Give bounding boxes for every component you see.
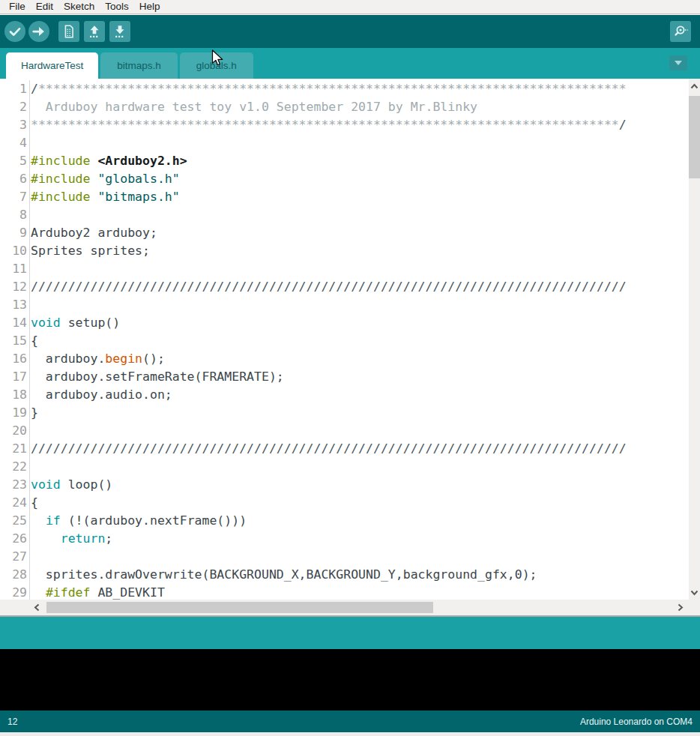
line-number: 6 [0,170,27,188]
code-text: #include "bitmaps.h" [29,188,180,206]
line-number: 10 [0,242,27,260]
line-number: 2 [0,98,27,116]
code-line: 7#include "bitmaps.h" [0,188,689,206]
line-number: 12 [0,278,27,296]
save-button[interactable] [109,21,130,42]
code-token: { [31,334,38,348]
code-text: ////////////////////////////////////////… [29,440,627,458]
code-text: void setup() [29,314,120,332]
menu-bar: FileEditSketchToolsHelp [0,0,700,14]
scroll-up-icon[interactable] [690,82,699,90]
code-token: #ifdef [46,585,91,600]
code-text [29,206,31,224]
horizontal-scrollbar-thumb[interactable] [46,602,433,613]
magnifier-icon [672,22,690,40]
menu-edit[interactable]: Edit [31,0,58,13]
upload-button[interactable] [28,21,49,42]
line-number: 7 [0,188,27,206]
line-number: 29 [0,584,27,600]
line-number: 20 [0,422,27,440]
code-text: Arduboy2 arduboy; [29,224,157,242]
line-number: 26 [0,530,27,548]
code-token: <Arduboy2.h> [97,154,187,168]
status-message-strip [0,617,700,649]
code-line: 21//////////////////////////////////////… [0,440,689,458]
code-token: / [31,82,38,96]
code-text: void loop() [29,476,112,494]
tab-bar: HardwareTestbitmaps.hglobals.h [0,48,700,79]
code-token: AB_DEVKIT [90,585,164,600]
code-line: 11 [0,260,689,278]
vertical-scrollbar-thumb[interactable] [689,96,700,178]
code-text: } [29,404,38,422]
menu-help[interactable]: Help [134,0,166,13]
tab-label: HardwareTest [21,60,83,71]
code-text: if (!(arduboy.nextFrame())) [29,512,247,530]
code-token: "bitmaps.h" [97,190,179,204]
console-output [0,649,700,711]
tab-hardwaretest[interactable]: HardwareTest [6,52,98,79]
tab-dropdown-button[interactable] [669,55,687,70]
code-text [29,458,31,476]
line-number: 25 [0,512,27,530]
code-token: #include [31,172,97,186]
code-line: 29 #ifdef AB_DEVKIT [0,584,689,600]
tab-globals-h[interactable]: globals.h [180,52,253,79]
code-token: ////////////////////////////////////////… [31,280,627,294]
chevron-down-icon [674,60,683,66]
code-token: loop() [61,477,113,492]
scroll-right-icon[interactable] [677,603,684,612]
code-token: return [61,531,106,546]
code-token: Arduboy2 arduboy; [31,226,157,240]
code-text [29,548,31,566]
vertical-scrollbar[interactable] [689,79,700,600]
line-number: 14 [0,314,27,332]
serial-monitor-button[interactable] [670,21,691,42]
menu-sketch[interactable]: Sketch [58,0,100,13]
toolbar [0,15,700,48]
new-sketch-button[interactable] [58,21,79,42]
code-text: Sprites sprites; [29,242,150,260]
code-line: 20 [0,422,689,440]
line-number: 4 [0,134,27,152]
line-number: 5 [0,152,27,170]
scroll-down-icon[interactable] [690,589,699,597]
code-token: Arduboy hardware test toy v1.0 September… [31,100,477,114]
menu-tools[interactable]: Tools [100,0,134,13]
line-number: 23 [0,476,27,494]
scroll-left-icon[interactable] [33,603,40,612]
code-line: 6#include "globals.h" [0,170,689,188]
code-token: setup() [61,316,120,330]
code-token [31,585,46,600]
code-line: 17 arduboy.setFrameRate(FRAMERATE); [0,368,689,386]
code-line: 9Arduboy2 arduboy; [0,224,689,242]
line-number: 27 [0,548,27,566]
open-button[interactable] [84,21,105,42]
line-indicator: 12 [7,717,17,727]
code-token: arduboy.setFrameRate(FRAMERATE); [31,369,284,384]
code-text: arduboy.audio.on; [29,386,172,404]
code-editor[interactable]: 1/**************************************… [0,79,700,600]
line-number: 1 [0,80,27,98]
board-port-label: Arduino Leonardo on COM4 [580,717,693,727]
arrow-right-icon [31,23,47,40]
menu-file[interactable]: File [4,0,31,13]
code-line: 25 if (!(arduboy.nextFrame())) [0,512,689,530]
code-token: if [46,513,61,528]
check-icon [7,23,23,40]
code-token: ****************************************… [38,82,627,96]
code-text: { [29,332,38,350]
tab-list: HardwareTestbitmaps.hglobals.h [6,52,256,79]
horizontal-scrollbar[interactable] [0,600,700,615]
status-bar: 12 Arduino Leonardo on COM4 [0,711,700,732]
code-line: 23void loop() [0,476,689,494]
code-token [31,513,46,528]
code-line: 8 [0,206,689,224]
line-number: 21 [0,440,27,458]
tab-bitmaps-h[interactable]: bitmaps.h [100,52,178,79]
code-line: 13 [0,296,689,314]
code-line: 12//////////////////////////////////////… [0,278,689,296]
verify-button[interactable] [4,21,25,42]
line-number: 18 [0,386,27,404]
code-text: sprites.drawOverwrite(BACKGROUND_X,BACKG… [29,566,537,584]
